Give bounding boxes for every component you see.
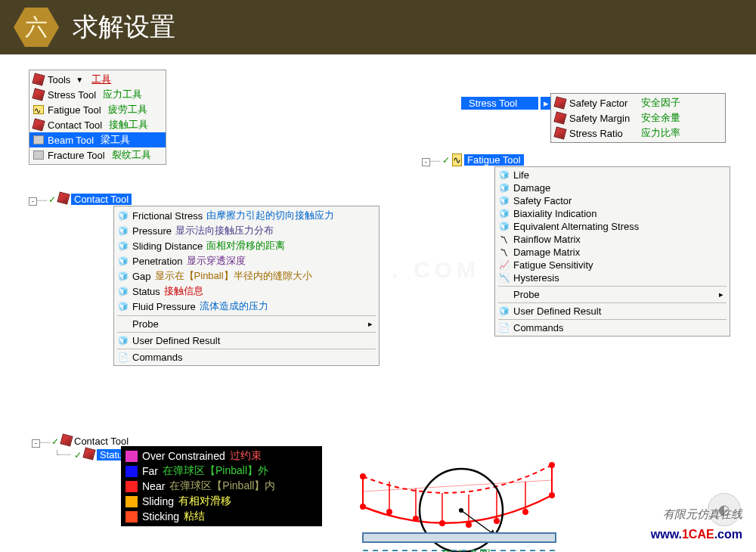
check-icon: ✓ [442,155,450,166]
cube-icon [554,113,565,123]
contact-item-fluid-pressure[interactable]: 🧊 Fluid Pressure 流体造成的压力 [114,299,379,314]
chevron-right-icon: ▸ [338,319,373,329]
cube-icon [554,128,565,138]
svg-point-16 [549,492,555,498]
contact-item-penetration[interactable]: 🧊 Penetration 显示穿透深度 [114,253,379,268]
page-title: 求解设置 [73,10,175,45]
tools-item-fracture-tool[interactable]: Fracture Tool 裂纹工具 [29,147,166,163]
color-swatch [125,481,138,492]
svg-point-10 [386,509,392,515]
tools-item-contact-tool[interactable]: Contact Tool 接触工具 [29,117,166,132]
svg-point-17 [360,473,366,479]
fatigue-item-fatigue-sensitivity[interactable]: 📈 Fatigue Sensitivity [495,259,730,271]
result-icon: 🧊 [117,271,129,281]
wave-icon: ∿ [452,154,462,166]
contact-item-frictional-stress[interactable]: 🧊 Frictional Stress 由摩擦力引起的切向接触应力 [114,208,379,223]
contact-item-sliding-distance[interactable]: 🧊 Sliding Distance 面相对滑移的距离 [114,238,379,253]
contact-tool-node[interactable]: ✓ Contact Tool [48,193,132,206]
result-icon: 🧊 [117,286,129,296]
result-icon: 🧊 [498,170,510,181]
fatigue-item-equivalent-alternating-stress[interactable]: 🧊 Equivalent Alternating Stress [495,220,730,233]
fatigue-item-damage[interactable]: 🧊 Damage [495,181,730,194]
result-icon: 〽 [498,247,510,258]
contact-item-gap[interactable]: 🧊 Gap 显示在【Pinball】半径内的缝隙大小 [114,268,379,284]
status-legend: Over Constrained 过约束 Far 在弹球区【Pinball】外 … [121,446,322,526]
fatigue-tool-node[interactable]: ✓ ∿ Fatigue Tool [442,154,524,166]
fatigue-item-rainflow-matrix[interactable]: 〽 Rainflow Matrix [495,233,730,246]
fatigue-item-life[interactable]: 🧊 Life [495,169,730,181]
tools-item-beam-tool[interactable]: Beam Tool 梁工具 [29,132,166,147]
cube-icon [554,98,565,108]
check-icon: ✓ [48,194,56,205]
stress-item-safety-margin[interactable]: Safety Margin 安全余量 [551,110,725,126]
svg-rect-23 [363,533,556,542]
result-icon: 🧊 [498,222,510,232]
tool-icon [33,89,44,100]
color-swatch [125,496,138,507]
tree-branch-line: └┈┈ [54,450,71,460]
section-badge: 六 [14,8,59,47]
stress-item-stress-ratio[interactable]: Stress Ratio 应力比率 [551,126,725,141]
contact-tool-menu: 🧊 Frictional Stress 由摩擦力引起的切向接触应力🧊 Press… [113,206,380,366]
svg-point-9 [360,504,366,510]
tools-dropdown: Tools ▼ 工具 Stress Tool 应力工具∿ Fatigue Too… [29,70,166,165]
footer-brand: 有限元仿真在线 [663,507,742,522]
stress-item-safety-factor[interactable]: Safety Factor 安全因子 [551,95,725,110]
result-icon: 🧊 [498,196,510,206]
tools-header-cn: 工具 [91,73,111,86]
commands-item[interactable]: 📄 Commands [114,351,379,364]
status-legend-sticking: Sticking 粘结 [124,509,319,524]
status-legend-near: Near 在弹球区【Pinball】内 [124,479,319,494]
svg-point-18 [549,462,555,468]
tool-icon [33,135,44,145]
svg-line-8 [363,480,552,492]
commands-item[interactable]: 📄 Commands [495,321,730,334]
commands-icon: 📄 [498,323,510,333]
fatigue-item-biaxiality-indication[interactable]: 🧊 Biaxiality Indication [495,207,730,220]
check-icon: ✓ [51,436,59,447]
probe-submenu[interactable]: Probe ▸ [495,288,730,301]
pinball-label: Pinball 圆 [442,547,491,552]
svg-point-15 [522,509,528,515]
tool-icon: 🧊 [117,336,129,346]
tree-expand-contact[interactable]: -┈┈ [29,195,48,206]
cube-icon [58,193,69,206]
tools-item-fatigue-tool[interactable]: ∿ Fatigue Tool 疲劳工具 [29,102,166,117]
tree-expand-status[interactable]: -┈┈ [32,437,51,448]
user-defined-result-item[interactable]: 🧊 User Defined Result [495,305,730,318]
tools-header[interactable]: Tools ▼ 工具 [29,72,166,87]
result-icon: 〽 [498,234,510,245]
blank-icon [498,290,510,300]
tool-icon: 🧊 [498,306,510,317]
result-icon: 🧊 [117,225,129,236]
fatigue-item-damage-matrix[interactable]: 〽 Damage Matrix [495,246,730,259]
contact-tool-label: Contact Tool [71,194,132,205]
user-defined-result-item[interactable]: 🧊 User Defined Result [114,334,379,347]
stress-tool-flyout-header[interactable]: Stress Tool ▸ [461,97,552,110]
contact-item-pressure[interactable]: 🧊 Pressure 显示法向接触压力分布 [114,223,379,238]
contact-item-status[interactable]: 🧊 Status 接触信息 [114,284,379,299]
status-legend-sliding: Sliding 有相对滑移 [124,494,319,509]
check-icon: ✓ [74,450,82,461]
result-icon: 🧊 [117,240,129,251]
result-icon: 🧊 [117,210,129,221]
svg-point-14 [494,518,500,524]
tree-expand-fatigue[interactable]: -┈┈ [422,156,441,166]
result-icon: 🧊 [117,301,129,312]
color-swatch [125,511,138,523]
cube-icon [84,448,94,461]
fatigue-item-hysteresis[interactable]: 📉 Hysteresis [495,271,730,284]
chevron-right-icon: ▸ [689,290,723,299]
tool-icon [33,150,44,160]
svg-point-12 [439,520,445,526]
chevron-down-icon: ▼ [76,76,83,84]
fatigue-item-safety-factor[interactable]: 🧊 Safety Factor [495,194,730,207]
contact-tool-node-2[interactable]: ✓ Contact Tool [51,435,129,448]
fatigue-tool-menu: 🧊 Life🧊 Damage🧊 Safety Factor🧊 Biaxialit… [494,166,730,336]
probe-submenu[interactable]: Probe ▸ [114,318,379,330]
pinball-diagram: Pinball 圆 [333,423,582,552]
blank-icon [117,319,129,330]
color-swatch [125,466,138,477]
tools-item-stress-tool[interactable]: Stress Tool 应力工具 [29,87,166,102]
commands-icon: 📄 [117,352,129,363]
